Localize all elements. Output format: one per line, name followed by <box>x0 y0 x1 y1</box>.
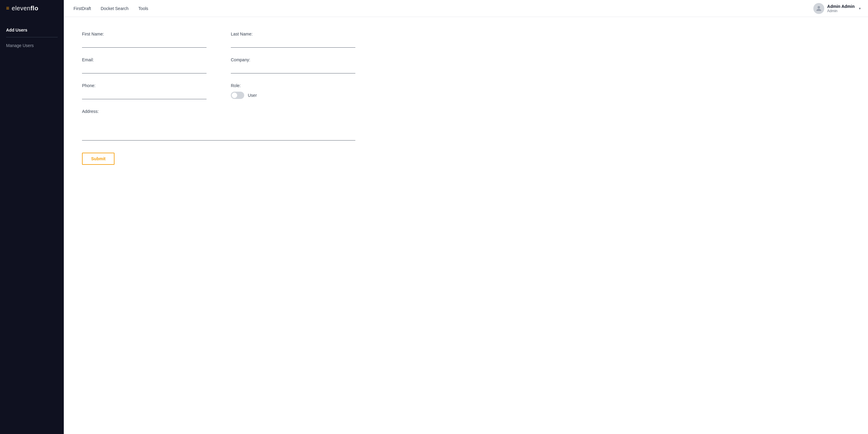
phone-group: Phone: <box>82 83 207 99</box>
sidebar-label-manage-users: Manage Users <box>6 43 34 48</box>
role-toggle-row: User <box>231 92 355 99</box>
layout: Add Users Manage Users First Name: Last … <box>0 17 868 434</box>
last-name-input[interactable] <box>231 39 355 48</box>
logo-text: elevenflo <box>12 5 38 12</box>
first-name-input[interactable] <box>82 39 207 48</box>
first-name-label: First Name: <box>82 32 207 36</box>
role-group: Role: User <box>231 83 355 99</box>
address-label: Address: <box>82 109 355 114</box>
last-name-group: Last Name: <box>231 32 355 48</box>
user-dropdown-icon: ▾ <box>859 6 861 11</box>
sidebar-label-add-users: Add Users <box>6 28 27 32</box>
company-label: Company: <box>231 57 355 62</box>
phone-input[interactable] <box>82 91 207 99</box>
role-toggle-label: User <box>248 93 257 98</box>
email-label: Email: <box>82 57 207 62</box>
form-grid: First Name: Last Name: Email: Company: <box>82 32 355 140</box>
nav-docket-search[interactable]: Docket Search <box>101 6 129 11</box>
role-label: Role: <box>231 83 355 88</box>
first-name-group: First Name: <box>82 32 207 48</box>
svg-point-0 <box>817 6 820 8</box>
sidebar-item-add-users[interactable]: Add Users <box>0 24 64 36</box>
phone-label: Phone: <box>82 83 207 88</box>
nav-links: FirstDraft Docket Search Tools <box>73 6 148 11</box>
add-user-form: First Name: Last Name: Email: Company: <box>82 32 850 165</box>
sidebar-item-manage-users[interactable]: Manage Users <box>0 40 64 51</box>
nav-firstdraft[interactable]: FirstDraft <box>73 6 91 11</box>
toggle-slider <box>231 92 244 99</box>
company-input[interactable] <box>231 65 355 73</box>
main-content: First Name: Last Name: Email: Company: <box>64 17 868 434</box>
avatar <box>813 3 824 14</box>
nav-tools[interactable]: Tools <box>138 6 148 11</box>
company-group: Company: <box>231 57 355 73</box>
top-nav: ≡ elevenflo FirstDraft Docket Search Too… <box>0 0 868 17</box>
last-name-label: Last Name: <box>231 32 355 36</box>
sidebar-divider <box>6 37 58 37</box>
address-input[interactable] <box>82 116 355 140</box>
user-menu[interactable]: Admin Admin Admin ▾ <box>813 3 861 14</box>
user-info: Admin Admin Admin <box>827 4 855 13</box>
submit-section: Submit <box>82 153 850 165</box>
logo: ≡ elevenflo <box>0 0 64 17</box>
email-input[interactable] <box>82 65 207 73</box>
email-group: Email: <box>82 57 207 73</box>
logo-icon: ≡ <box>6 5 9 11</box>
sidebar: Add Users Manage Users <box>0 17 64 434</box>
address-group: Address: <box>82 109 355 140</box>
role-toggle[interactable] <box>231 92 244 99</box>
submit-button[interactable]: Submit <box>82 153 115 165</box>
user-name: Admin Admin <box>827 4 855 9</box>
user-role: Admin <box>827 9 855 13</box>
